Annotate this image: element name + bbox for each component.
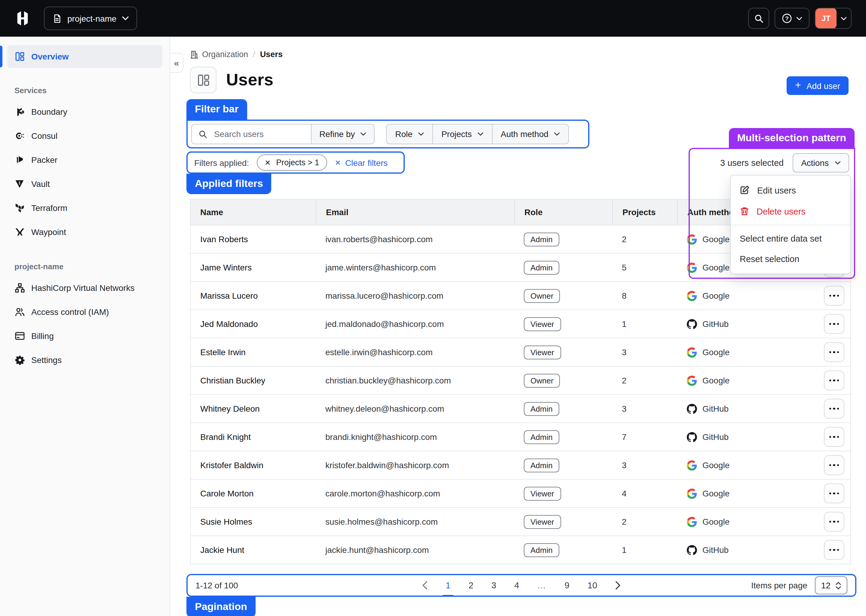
sidebar-item-consul[interactable]: Consul: [7, 124, 162, 148]
filter-chip-projects[interactable]: ✕ Projects > 1: [257, 154, 327, 171]
cell-name: Brandi Knight: [191, 423, 316, 451]
role-filter-label: Role: [395, 129, 413, 139]
menu-item-label: Edit users: [757, 185, 796, 195]
hashicorp-logo-icon[interactable]: [14, 10, 31, 27]
breadcrumb-organization[interactable]: Organization: [190, 50, 248, 59]
chevron-down-icon: [796, 17, 802, 20]
sidebar-item-access-control[interactable]: Access control (IAM): [7, 300, 162, 324]
table-row[interactable]: Marissa Lucero marissa.lucero@hashicorp.…: [191, 281, 850, 310]
filter-dropdown-group: Role Projects Auth method: [386, 124, 569, 144]
table-row[interactable]: Jed Maldonado jed.maldonado@hashicorp.co…: [191, 310, 850, 338]
table-row[interactable]: Whitney Deleon whitney.deleon@hashicorp.…: [191, 394, 850, 423]
collapse-icon: «: [174, 58, 179, 68]
row-actions-button[interactable]: [824, 371, 844, 390]
sidebar-item-billing[interactable]: Billing: [7, 324, 162, 348]
search-users-field[interactable]: [192, 124, 311, 144]
sidebar-item-settings[interactable]: Settings: [7, 348, 162, 372]
actions-menu: Edit users Delete users Select entire da…: [730, 175, 851, 274]
auth-method-filter-dropdown[interactable]: Auth method: [492, 124, 568, 144]
project-selector-label: project-name: [67, 14, 117, 23]
search-icon: [198, 129, 208, 138]
row-actions-button[interactable]: [824, 455, 844, 475]
menu-item-label: Delete users: [757, 206, 806, 216]
actions-dropdown-button[interactable]: Actions: [793, 153, 849, 173]
sidebar-item-label: Vault: [31, 179, 50, 189]
sidebar-item-terraform[interactable]: Terraform: [7, 196, 162, 220]
page-number-9[interactable]: 9: [565, 581, 570, 590]
items-per-page-value: 12: [821, 581, 831, 590]
sidebar-item-label: Access control (IAM): [31, 307, 109, 317]
menu-item-edit-users[interactable]: Edit users: [731, 180, 850, 201]
menu-item-select-entire-data-set[interactable]: Select entire data set: [731, 228, 850, 249]
row-actions-button[interactable]: [824, 399, 844, 419]
row-actions-button[interactable]: [824, 314, 844, 334]
items-per-page-select[interactable]: 12: [815, 576, 847, 594]
filters-applied-label: Filters applied:: [194, 158, 249, 167]
cell-auth-method: Google: [677, 338, 850, 366]
menu-item-delete-users[interactable]: Delete users: [731, 201, 850, 222]
page-number-1[interactable]: 1: [446, 581, 450, 590]
help-menu-button[interactable]: ?: [775, 8, 809, 29]
plus-icon: +: [795, 80, 801, 90]
sidebar-item-overview[interactable]: Overview: [7, 45, 162, 68]
table-row[interactable]: Carole Morton carole.morton@hashicorp.co…: [191, 479, 850, 507]
page-number-10[interactable]: 10: [587, 581, 597, 590]
page-number-2[interactable]: 2: [468, 581, 473, 590]
sidebar-item-hvn[interactable]: HashiCorp Virtual Networks: [7, 276, 162, 300]
cell-role: Admin: [514, 254, 612, 281]
cell-email: marissa.lucero@hashicorp.com: [316, 282, 514, 310]
project-selector[interactable]: project-name: [44, 6, 137, 30]
role-badge: Admin: [524, 458, 559, 472]
clear-filters-link[interactable]: ✕ Clear filters: [335, 158, 388, 167]
cell-role: Admin: [514, 423, 612, 451]
role-filter-dropdown[interactable]: Role: [387, 124, 432, 144]
user-menu-button[interactable]: JT: [815, 8, 852, 29]
next-page-button[interactable]: [615, 581, 620, 589]
projects-filter-label: Projects: [441, 129, 472, 139]
cell-projects: 2: [612, 366, 677, 394]
table-row[interactable]: Brandi Knight brandi.knight@hashicorp.co…: [191, 423, 850, 451]
row-actions-button[interactable]: [824, 342, 844, 362]
search-input[interactable]: [213, 129, 293, 140]
gear-icon: [14, 355, 25, 365]
refine-by-dropdown[interactable]: Refine by: [311, 124, 374, 144]
sidebar-item-boundary[interactable]: Boundary: [7, 100, 162, 124]
row-actions-button[interactable]: [824, 540, 844, 560]
sidebar-item-label: Waypoint: [31, 227, 66, 237]
page-number-4[interactable]: 4: [514, 581, 519, 590]
cell-role: Admin: [514, 536, 612, 564]
sidebar-item-waypoint[interactable]: Waypoint: [7, 220, 162, 244]
menu-item-reset-selection[interactable]: Reset selection: [731, 249, 850, 269]
table-row[interactable]: Jackie Hunt jackie.hunt@hashicorp.com Ad…: [191, 536, 850, 564]
column-header-role: Role: [514, 200, 612, 225]
search-button[interactable]: [748, 8, 769, 29]
table-row[interactable]: Susie Holmes susie.holmes@hashicorp.com …: [191, 507, 850, 536]
previous-page-button[interactable]: [422, 581, 428, 589]
cell-projects: 3: [612, 338, 677, 366]
table-row[interactable]: Christian Buckley christian.buckley@hash…: [191, 366, 850, 394]
sidebar-item-vault[interactable]: Vault: [7, 172, 162, 196]
cell-name: Jackie Hunt: [191, 536, 316, 564]
page-number-3[interactable]: 3: [491, 581, 496, 590]
cell-name: Kristofer Baldwin: [191, 451, 316, 479]
auth-method-label: GitHub: [702, 545, 729, 555]
network-icon: [14, 283, 25, 293]
cell-email: estelle.irwin@hashicorp.com: [316, 338, 514, 366]
sidebar-collapse-button[interactable]: «: [170, 53, 183, 73]
cell-role: Owner: [514, 282, 612, 310]
sidebar-item-packer[interactable]: Packer: [7, 148, 162, 172]
row-actions-button[interactable]: [824, 427, 844, 447]
row-actions-button[interactable]: [824, 286, 844, 306]
row-actions-button[interactable]: [824, 512, 844, 531]
projects-filter-dropdown[interactable]: Projects: [432, 124, 492, 144]
help-icon: ?: [782, 13, 792, 24]
cell-role: Admin: [514, 225, 612, 253]
add-user-button[interactable]: + Add user: [787, 76, 849, 95]
cell-role: Owner: [514, 366, 612, 394]
table-row[interactable]: Kristofer Baldwin kristofer.baldwin@hash…: [191, 451, 850, 479]
table-row[interactable]: Estelle Irwin estelle.irwin@hashicorp.co…: [191, 338, 850, 366]
row-actions-button[interactable]: [824, 484, 844, 503]
cell-role: Admin: [514, 451, 612, 479]
cell-name: Ivan Roberts: [191, 225, 316, 253]
file-icon: [52, 14, 62, 23]
